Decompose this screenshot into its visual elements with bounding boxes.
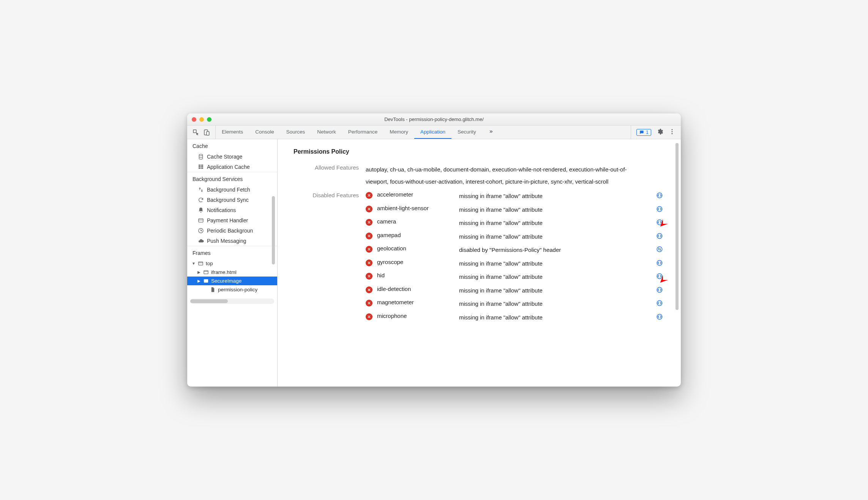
panel-tabs: Elements Console Sources Network Perform… (216, 126, 631, 139)
window-controls (192, 117, 211, 122)
tab-performance[interactable]: Performance (342, 126, 383, 139)
tabs-overflow-button[interactable] (482, 126, 500, 139)
disabled-features-label: Disabled Features (294, 191, 366, 198)
sidebar-item-push-messaging[interactable]: Push Messaging (187, 236, 277, 246)
sync-icon (198, 197, 204, 203)
reveal-in-elements-icon[interactable] (656, 313, 663, 321)
reveal-in-elements-icon[interactable] (656, 259, 663, 267)
disabled-icon (366, 259, 372, 266)
feature-name: camera (377, 218, 457, 225)
main-vertical-scrollbar[interactable] (675, 142, 679, 384)
tab-elements[interactable]: Elements (216, 126, 249, 139)
feature-name: ambient-light-sensor (377, 205, 457, 211)
reveal-in-elements-icon[interactable] (656, 192, 663, 199)
disabled-feature-row: accelerometermissing in iframe "allow" a… (366, 191, 669, 201)
frame-icon (203, 278, 209, 284)
sidebar-item-bg-sync[interactable]: Background Sync (187, 195, 277, 205)
frame-icon (203, 269, 209, 275)
feature-reason: missing in iframe "allow" attribute (459, 286, 653, 296)
frame-label: SecureImage (211, 278, 241, 284)
more-icon[interactable] (669, 128, 675, 136)
feature-reason: missing in iframe "allow" attribute (459, 218, 653, 228)
disabled-icon (366, 313, 372, 320)
disabled-feature-row: gamepadmissing in iframe "allow" attribu… (366, 232, 669, 242)
frame-permission-policy-file[interactable]: permission-policy (187, 285, 277, 294)
minimize-window-button[interactable] (199, 117, 204, 122)
database-icon (198, 154, 204, 160)
sidebar-item-label: Periodic Backgroun (207, 228, 253, 234)
frame-iframe-html[interactable]: ▶ iframe.html (187, 268, 277, 277)
sidebar-item-label: Push Messaging (207, 238, 246, 244)
sidebar-item-payment-handler[interactable]: Payment Handler (187, 215, 277, 225)
feature-name: idle-detection (377, 286, 457, 292)
section-title: Permissions Policy (294, 148, 669, 155)
toolbar: Elements Console Sources Network Perform… (187, 126, 681, 139)
inspect-icon[interactable] (193, 129, 199, 136)
side-section-frames: Frames (187, 246, 277, 258)
feature-reason: missing in iframe "allow" attribute (459, 299, 653, 309)
bell-icon (198, 207, 204, 213)
allowed-features-row: Allowed Features autoplay, ch-ua, ch-ua-… (294, 164, 669, 187)
reveal-in-elements-icon[interactable] (656, 232, 663, 240)
allowed-features-value: autoplay, ch-ua, ch-ua-mobile, document-… (366, 164, 628, 187)
titlebar: DevTools - permission-policy-demo.glitch… (187, 113, 681, 126)
frame-label: permission-policy (218, 287, 257, 292)
side-section-cache: Cache (187, 139, 277, 151)
tab-network[interactable]: Network (311, 126, 342, 139)
reveal-in-network-icon[interactable] (656, 245, 663, 253)
zoom-window-button[interactable] (207, 117, 211, 122)
disabled-icon (366, 219, 372, 226)
sidebar-item-app-cache[interactable]: Application Cache (187, 162, 277, 172)
issues-button[interactable]: 1 (636, 129, 651, 136)
tab-memory[interactable]: Memory (383, 126, 414, 139)
main-panel: Permissions Policy Allowed Features auto… (278, 139, 681, 387)
frame-top[interactable]: ▼ top (187, 259, 277, 268)
feature-name: accelerometer (377, 191, 457, 198)
sidebar-item-cache-storage[interactable]: Cache Storage (187, 151, 277, 162)
feature-name: magnetometer (377, 299, 457, 305)
close-window-button[interactable] (192, 117, 196, 122)
disabled-features-row: Disabled Features accelerometermissing i… (294, 191, 669, 322)
disabled-feature-row: geolocationdisabled by "Permissions-Poli… (366, 245, 669, 255)
tab-sources[interactable]: Sources (280, 126, 311, 139)
sidebar-vertical-scrollbar[interactable] (271, 158, 276, 382)
sidebar: Cache Cache Storage Application Cache Ba… (187, 139, 278, 387)
settings-icon[interactable] (657, 128, 663, 136)
tab-console[interactable]: Console (249, 126, 280, 139)
feature-name: geolocation (377, 245, 457, 252)
chevron-down-icon: ▼ (192, 261, 196, 266)
disabled-icon (366, 286, 372, 293)
reveal-in-elements-icon[interactable] (656, 286, 663, 294)
annotation-arrow-icon (659, 211, 675, 228)
disabled-icon (366, 192, 372, 199)
frame-label: iframe.html (211, 269, 237, 275)
updown-icon (198, 187, 204, 193)
disabled-features-list: accelerometermissing in iframe "allow" a… (366, 191, 669, 322)
feature-name: gyroscope (377, 259, 457, 265)
tab-application[interactable]: Application (414, 126, 451, 139)
disabled-icon (366, 206, 372, 212)
annotation-arrow-icon (659, 267, 675, 284)
frame-secureimage[interactable]: ▶ SecureImage (187, 277, 277, 285)
sidebar-item-bg-fetch[interactable]: Background Fetch (187, 184, 277, 195)
sidebar-item-label: Background Fetch (207, 187, 250, 193)
disabled-feature-row: idle-detectionmissing in iframe "allow" … (366, 286, 669, 296)
sidebar-item-notifications[interactable]: Notifications (187, 205, 277, 215)
cloud-icon (198, 238, 204, 244)
disabled-feature-row: cameramissing in iframe "allow" attribut… (366, 218, 669, 228)
sidebar-horizontal-scrollbar[interactable] (190, 299, 274, 304)
disabled-icon (366, 273, 372, 280)
feature-reason: missing in iframe "allow" attribute (459, 205, 653, 215)
reveal-in-elements-icon[interactable] (656, 299, 663, 307)
disabled-icon (366, 246, 372, 253)
file-icon (210, 287, 216, 292)
sidebar-item-label: Background Sync (207, 197, 249, 203)
tab-security[interactable]: Security (451, 126, 482, 139)
sidebar-item-periodic-bg[interactable]: Periodic Backgroun (187, 225, 277, 236)
disabled-feature-row: ambient-light-sensormissing in iframe "a… (366, 205, 669, 215)
window-title: DevTools - permission-policy-demo.glitch… (187, 116, 681, 122)
device-toggle-icon[interactable] (203, 129, 210, 136)
disabled-icon (366, 300, 372, 307)
devtools-window: DevTools - permission-policy-demo.glitch… (187, 113, 681, 387)
sidebar-item-label: Payment Handler (207, 217, 248, 223)
